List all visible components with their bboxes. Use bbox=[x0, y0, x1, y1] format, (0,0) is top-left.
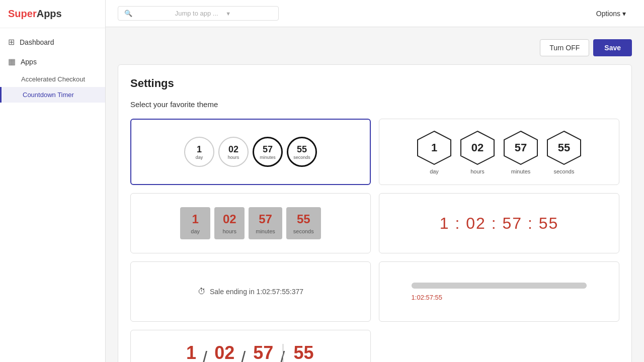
main-content: 🔍 Jump to app ... ▼ Options ▾ Turn OFF S… bbox=[106, 0, 644, 362]
theme-card-circle[interactable]: 1 day 02 hours 57 bbox=[130, 119, 371, 185]
circle-ring-minutes: 57 minutes bbox=[253, 137, 283, 167]
settings-panel: Settings Select your favorite theme 1 da… bbox=[118, 64, 632, 362]
page-content: Turn OFF Save Settings Select your favor… bbox=[106, 27, 644, 362]
flat-timer: 1 day 02 hours 57 minutes 55 bbox=[180, 207, 321, 239]
flat-item-minutes: 57 minutes bbox=[249, 207, 282, 239]
apps-icon: ▦ bbox=[8, 57, 16, 66]
colon-timer: 1 : 02 : 57 : 55 bbox=[440, 214, 559, 233]
slash-item-hours: 02 hours bbox=[205, 344, 244, 362]
topbar-right: Options ▾ bbox=[590, 7, 632, 21]
hex-item-day: 1 day bbox=[416, 129, 453, 174]
progress-bar-fill bbox=[412, 283, 587, 289]
dashboard-icon: ⊞ bbox=[8, 37, 15, 47]
flat-item-day: 1 day bbox=[180, 207, 210, 239]
hex-item-minutes: 57 minutes bbox=[502, 129, 539, 174]
progress-time: 1:02:57:55 bbox=[412, 294, 587, 301]
sidebar-item-dashboard[interactable]: ⊞ Dashboard bbox=[0, 32, 105, 52]
chevron-down-icon: ▼ bbox=[225, 11, 272, 17]
circle-item-day: 1 day bbox=[184, 137, 214, 167]
slash-item-minutes: 57 minutes bbox=[244, 344, 283, 362]
search-bar[interactable]: 🔍 Jump to app ... ▼ bbox=[118, 6, 279, 21]
slash-item-day: 1 day bbox=[177, 344, 205, 362]
progress-bar-track bbox=[412, 283, 587, 289]
circle-ring-seconds: 55 seconds bbox=[287, 137, 317, 167]
theme-card-flat[interactable]: 1 day 02 hours 57 minutes 55 bbox=[130, 193, 371, 253]
theme-card-text[interactable]: ⏱ Sale ending in 1:02:57:55:377 bbox=[130, 261, 371, 322]
circle-ring-hours: 02 hours bbox=[218, 137, 249, 167]
brand-name: SuperApps bbox=[8, 8, 62, 19]
circle-item-seconds: 55 seconds bbox=[287, 137, 317, 167]
sidebar-item-label: Apps bbox=[21, 58, 37, 66]
hex-wrapper-day: 1 bbox=[416, 129, 453, 166]
hex-wrapper-seconds: 55 bbox=[545, 129, 583, 166]
action-bar: Turn OFF Save bbox=[118, 39, 632, 56]
text-timer: ⏱ Sale ending in 1:02:57:55:377 bbox=[198, 287, 303, 296]
sidebar: SuperApps ⊞ Dashboard ▦ Apps Accelerated… bbox=[0, 0, 106, 362]
text-timer-display: Sale ending in 1:02:57:55:377 bbox=[210, 288, 303, 296]
options-button[interactable]: Options ▾ bbox=[590, 7, 632, 21]
logo: SuperApps bbox=[0, 0, 105, 28]
clock-icon: ⏱ bbox=[198, 287, 206, 296]
hex-wrapper-hours: 02 bbox=[459, 129, 496, 166]
circle-ring-day: 1 day bbox=[184, 137, 214, 167]
theme-card-hex[interactable]: 1 day 02 h bbox=[379, 119, 619, 185]
theme-grid: 1 day 02 hours 57 bbox=[130, 119, 619, 362]
topbar: 🔍 Jump to app ... ▼ Options ▾ bbox=[106, 0, 644, 27]
hex-item-seconds: 55 seconds bbox=[545, 129, 583, 174]
sidebar-nav: ⊞ Dashboard ▦ Apps Accelerated Checkout … bbox=[0, 28, 105, 107]
circle-timer: 1 day 02 hours 57 bbox=[184, 137, 317, 167]
progress-timer: 1:02:57:55 bbox=[412, 283, 587, 301]
sidebar-item-apps[interactable]: ▦ Apps bbox=[0, 52, 105, 71]
sidebar-item-label: Dashboard bbox=[20, 38, 54, 46]
turn-off-button[interactable]: Turn OFF bbox=[540, 39, 589, 56]
hex-wrapper-minutes: 57 bbox=[502, 129, 539, 166]
flat-item-hours: 02 hours bbox=[214, 207, 245, 239]
sidebar-item-countdown-timer[interactable]: Countdown Timer bbox=[0, 87, 105, 103]
theme-card-progress[interactable]: 1:02:57:55 bbox=[379, 261, 619, 322]
theme-subtitle: Select your favorite theme bbox=[130, 100, 619, 109]
search-icon: 🔍 bbox=[124, 10, 171, 17]
theme-card-slash[interactable]: 1 day 02 hours 57 minutes 55 bbox=[130, 330, 371, 362]
hex-row: 1 day 02 h bbox=[416, 129, 583, 174]
save-button[interactable]: Save bbox=[593, 39, 632, 56]
circle-item-hours: 02 hours bbox=[218, 137, 249, 167]
circle-item-minutes: 57 minutes bbox=[253, 137, 283, 167]
page-title: Settings bbox=[130, 77, 619, 90]
slash-item-seconds: 55 seconds bbox=[283, 344, 324, 362]
flat-item-seconds: 55 seconds bbox=[286, 207, 321, 239]
slash-timer: 1 day 02 hours 57 minutes 55 bbox=[177, 344, 324, 362]
sidebar-item-accelerated-checkout[interactable]: Accelerated Checkout bbox=[0, 71, 105, 87]
theme-card-colon[interactable]: 1 : 02 : 57 : 55 bbox=[379, 193, 619, 253]
search-placeholder: Jump to app ... bbox=[175, 10, 222, 17]
hex-timer: 1 day 02 h bbox=[389, 129, 609, 174]
hex-item-hours: 02 hours bbox=[459, 129, 496, 174]
